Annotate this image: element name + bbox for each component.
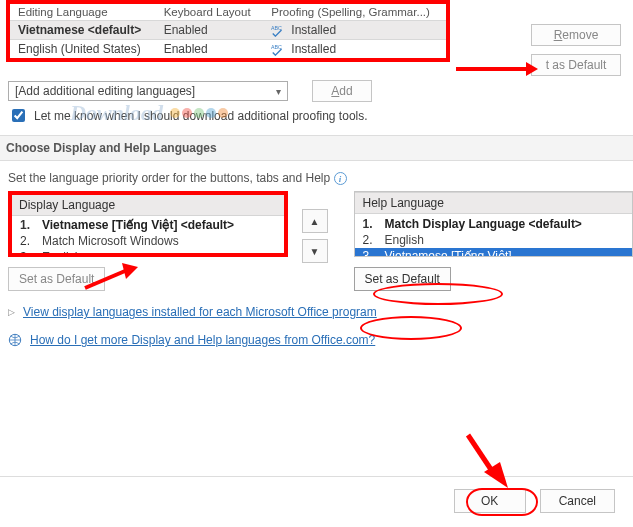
- svg-line-7: [468, 435, 494, 474]
- annotation-ellipse: [360, 316, 462, 340]
- table-row[interactable]: Vietnamese <default> Enabled ABC Install…: [10, 21, 446, 40]
- more-languages-link[interactable]: How do I get more Display and Help langu…: [30, 333, 375, 347]
- list-item[interactable]: 1.Match Display Language <default>: [363, 216, 625, 232]
- annotation-arrow-icon: [460, 430, 510, 490]
- expand-icon[interactable]: ▷: [8, 307, 15, 317]
- cell-kb: Enabled: [156, 40, 264, 59]
- help-language-title: Help Language: [355, 192, 633, 214]
- add-language-dropdown[interactable]: [Add additional editing languages] ▾: [8, 81, 288, 101]
- dot-icon: [182, 108, 192, 118]
- col-proofing: Proofing (Spelling, Grammar...): [263, 4, 446, 21]
- cell-proof: ABC Installed: [263, 40, 446, 59]
- chevron-down-icon: ▾: [276, 86, 281, 97]
- section-header: Choose Display and Help Languages: [0, 135, 633, 161]
- cell-kb: Enabled: [156, 21, 264, 40]
- cancel-button[interactable]: Cancel: [540, 489, 615, 513]
- table-row[interactable]: English (United States) Enabled ABC Inst…: [10, 40, 446, 59]
- svg-marker-8: [484, 462, 508, 488]
- info-icon[interactable]: i: [334, 172, 347, 185]
- view-display-languages-link[interactable]: View display languages installed for eac…: [23, 305, 377, 319]
- spellcheck-icon: ABC: [271, 23, 285, 37]
- help-language-listbox[interactable]: Help Language 1.Match Display Language <…: [354, 191, 634, 257]
- list-item[interactable]: 2.English: [363, 232, 625, 248]
- set-as-default-display-button[interactable]: Set as Default: [8, 267, 105, 291]
- download-proofing-checkbox[interactable]: [12, 109, 25, 122]
- set-as-default-button[interactable]: t as Default: [531, 54, 621, 76]
- svg-text:ABC: ABC: [271, 25, 282, 31]
- annotation-ellipse: [466, 488, 538, 516]
- list-item[interactable]: 1.Vietnamese [Tiếng Việt] <default>: [20, 217, 276, 233]
- dropdown-label: [Add additional editing languages]: [15, 84, 195, 98]
- svg-text:ABC: ABC: [271, 44, 282, 50]
- dot-icon: [218, 108, 228, 118]
- list-item[interactable]: 2.Match Microsoft Windows: [20, 233, 276, 249]
- list-item[interactable]: 3.English: [20, 249, 276, 257]
- priority-text: Set the language priority order for the …: [8, 171, 330, 185]
- remove-button[interactable]: Remove: [531, 24, 621, 46]
- annotation-ellipse: [373, 283, 503, 305]
- cell-proof: ABC Installed: [263, 21, 446, 40]
- add-button[interactable]: Add: [312, 80, 372, 102]
- dot-icon: [194, 108, 204, 118]
- col-editing-language: Editing Language: [10, 4, 156, 21]
- move-up-button[interactable]: ▲: [302, 209, 328, 233]
- dot-icon: [206, 108, 216, 118]
- cell-lang: Vietnamese <default>: [10, 21, 156, 40]
- globe-icon: [8, 333, 22, 347]
- spellcheck-icon: ABC: [271, 42, 285, 56]
- display-language-listbox[interactable]: Display Language 1.Vietnamese [Tiếng Việ…: [8, 191, 288, 257]
- display-language-title: Display Language: [11, 194, 285, 216]
- table-header-row: Editing Language Keyboard Layout Proofin…: [10, 4, 446, 21]
- dot-icon: [170, 108, 180, 118]
- cell-lang: English (United States): [10, 40, 156, 59]
- editing-language-table[interactable]: Editing Language Keyboard Layout Proofin…: [6, 0, 450, 62]
- watermark: Download: [70, 100, 228, 126]
- col-keyboard-layout: Keyboard Layout: [156, 4, 264, 21]
- move-down-button[interactable]: ▼: [302, 239, 328, 263]
- list-item[interactable]: 3.Vietnamese [Tiếng Việt]: [355, 248, 633, 257]
